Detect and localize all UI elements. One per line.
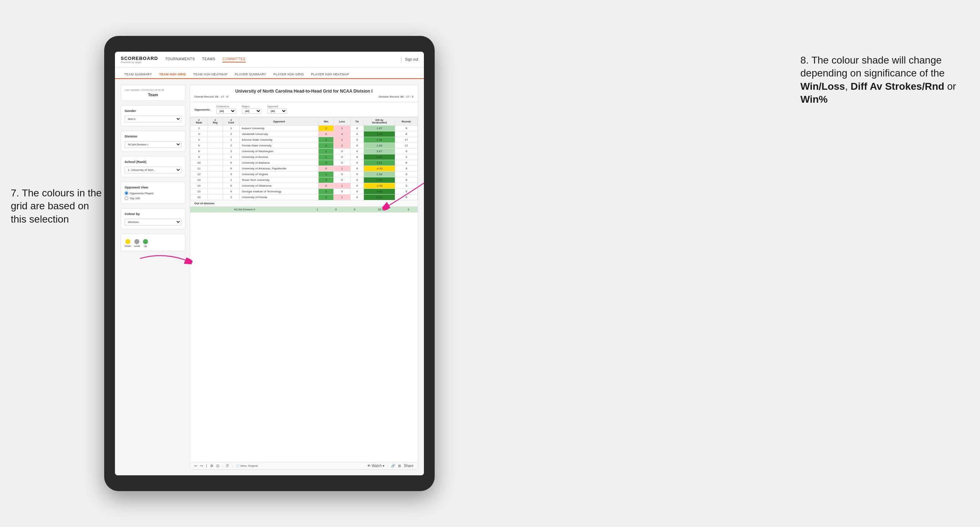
cell-rounds: 8: [395, 160, 418, 166]
logo-text: SCOREBOARD: [121, 56, 158, 61]
grid-title: University of North Carolina Head-to-Hea…: [194, 89, 414, 94]
cell-rank: 8: [190, 149, 208, 154]
cell-reg: [208, 132, 223, 137]
od-conf: [218, 207, 232, 213]
gender-label: Gender: [125, 109, 181, 113]
tab-team-h2h-heatmap[interactable]: TEAM H2H HEATMAP: [190, 70, 231, 78]
clock-btn[interactable]: ⏱: [226, 464, 229, 468]
conference-select[interactable]: (All): [216, 108, 236, 114]
cell-loss: 0: [333, 177, 350, 183]
cell-diff: -4.33: [364, 166, 395, 171]
tab-player-h2h-grid[interactable]: PLAYER H2H GRID: [270, 70, 307, 78]
od-rank: [190, 207, 204, 213]
cell-opponent: University of Florida: [240, 195, 319, 200]
opponent-select[interactable]: (All): [267, 108, 287, 114]
cell-tie: 0: [351, 189, 364, 195]
opponent-filter: Opponent (All): [267, 105, 287, 114]
colour-by-select[interactable]: Win/loss: [125, 219, 181, 225]
watch-btn[interactable]: 👁 Watch ▾: [367, 464, 385, 468]
tab-team-h2h-grid[interactable]: TEAM H2H GRID: [156, 70, 190, 79]
region-filter: Region (All): [242, 105, 261, 114]
cell-tie: 0: [351, 125, 364, 132]
table-row: 2 1 Auburn University 2 1 0 1.67 9: [190, 125, 418, 132]
cell-rounds: 17: [395, 137, 418, 143]
division-section: Division NCAA Division I: [121, 131, 185, 152]
cell-tie: 0: [351, 177, 364, 183]
cell-loss: 1: [333, 183, 350, 189]
nav-teams[interactable]: TEAMS: [202, 56, 215, 62]
annotation-right: 8. The colour shade will change dependin…: [800, 54, 958, 106]
th-tie: Tie: [351, 117, 364, 125]
table-row: 12 3 University of Virginia 1 0 0 2.33 3: [190, 171, 418, 177]
cell-conf: 3: [223, 171, 240, 177]
cell-diff: 3.67: [364, 149, 395, 154]
cell-conf: 1: [223, 177, 240, 183]
cell-win: 2: [319, 125, 333, 132]
cell-diff: 1.83: [364, 143, 395, 149]
grid-header: University of North Carolina Head-to-Hea…: [190, 85, 418, 102]
cell-loss: 1: [333, 195, 350, 200]
region-select[interactable]: (All): [242, 108, 261, 114]
nav-tournaments[interactable]: TOURNAMENTS: [165, 56, 195, 62]
division-select[interactable]: NCAA Division I: [125, 141, 181, 148]
sign-out-link[interactable]: Sign out: [405, 57, 418, 61]
cell-opponent: University of Virginia: [240, 171, 319, 177]
logo-area: SCOREBOARD Powered by clippd: [121, 56, 158, 63]
cell-win: 0: [319, 166, 333, 171]
cell-diff: 9.00: [364, 154, 395, 160]
cell-win: 3: [319, 195, 333, 200]
cell-rank: 4: [190, 137, 208, 143]
th-win: Win: [319, 117, 333, 125]
settings-btn[interactable]: ⚙: [210, 464, 213, 468]
cell-tie: 0: [351, 137, 364, 143]
od-name: NCAA Division II: [232, 207, 308, 213]
legend-down-label: Down: [125, 245, 131, 248]
back-btn[interactable]: ⟨: [206, 464, 207, 468]
school-label: School (Rank): [125, 160, 181, 164]
cell-tie: 0: [351, 160, 364, 166]
opponent-label: Opponent: [267, 105, 287, 108]
tab-player-h2h-heatmap[interactable]: PLAYER H2H HEATMAP: [307, 70, 353, 78]
cell-win: 1: [319, 154, 333, 160]
redo-btn[interactable]: ↪: [200, 464, 203, 468]
cell-rounds: 8: [395, 132, 418, 137]
cell-rank: 13: [190, 177, 208, 183]
cell-loss: 0: [333, 189, 350, 195]
legend-level-label: Level: [134, 245, 140, 248]
division-record: Division Record: 88 - 17 - 0: [379, 95, 414, 98]
radio-top100[interactable]: Top 100: [125, 196, 181, 200]
cell-rounds: 3: [395, 171, 418, 177]
od-win: 1: [308, 207, 327, 213]
radio-opponents-played[interactable]: Opponents Played: [125, 191, 181, 195]
nav-committee[interactable]: COMMITTEE: [223, 56, 246, 62]
th-loss: Loss: [333, 117, 350, 125]
share-btn-2[interactable]: 🔗: [391, 464, 395, 468]
cell-conf: 1: [223, 125, 240, 132]
school-select[interactable]: 1. University of Nort...: [125, 167, 181, 173]
cell-diff: 2.28: [364, 137, 395, 143]
crop-btn[interactable]: ⊡: [216, 464, 219, 468]
team-label: Team: [125, 93, 181, 97]
view-label: 📄 View: Original: [235, 464, 258, 467]
cell-opponent: Texas Tech University: [240, 177, 319, 183]
cell-rank: 12: [190, 171, 208, 177]
cell-conf: 6: [223, 183, 240, 189]
gender-select[interactable]: Men's: [125, 116, 181, 122]
cell-conf: 2: [223, 143, 240, 149]
tab-team-summary[interactable]: TEAM SUMMARY: [121, 70, 156, 78]
cell-diff: 2.61: [364, 160, 395, 166]
table-row: 4 1 Arizona State University 5 1 0 2.28 …: [190, 137, 418, 143]
cell-rounds: 3: [395, 149, 418, 154]
colour-by-label: Colour by: [125, 212, 181, 216]
layout-btn[interactable]: ⊞: [398, 464, 401, 468]
cell-rank: 9: [190, 154, 208, 160]
cell-rounds: 12: [395, 143, 418, 149]
cell-reg: [208, 183, 223, 189]
cell-win: 3: [319, 177, 333, 183]
undo-btn[interactable]: ↩: [194, 464, 197, 468]
cell-win: 1: [319, 171, 333, 177]
filters-row: Opponents: Conference (All) Region (All): [190, 102, 418, 117]
cell-win: 3: [319, 160, 333, 166]
tab-player-summary[interactable]: PLAYER SUMMARY: [231, 70, 270, 78]
share-label-btn[interactable]: Share: [404, 464, 414, 468]
